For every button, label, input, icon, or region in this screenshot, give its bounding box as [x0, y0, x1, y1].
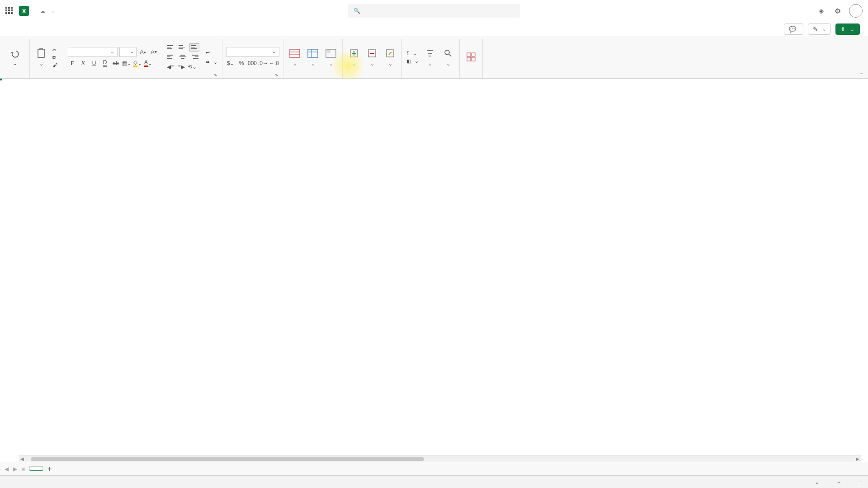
orientation-button[interactable]: ⟲⌄: [188, 62, 197, 71]
svg-rect-21: [472, 57, 475, 61]
svg-rect-2: [290, 49, 300, 57]
excel-icon: X: [19, 6, 29, 16]
format-painter-button[interactable]: 🖌: [52, 62, 60, 68]
find-select-button[interactable]: ⌄: [440, 47, 456, 68]
percent-button[interactable]: %: [237, 59, 246, 68]
align-top-button[interactable]: [166, 43, 176, 52]
share-button[interactable]: ⇪⌄: [835, 23, 860, 35]
docname-chevron-icon[interactable]: ⌄: [51, 9, 55, 14]
scroll-right-icon[interactable]: ▶: [854, 456, 861, 461]
grow-font-button[interactable]: A▴: [138, 47, 147, 56]
copy-icon: ⧉: [52, 55, 56, 61]
cut-button[interactable]: ✂: [52, 47, 60, 53]
user-avatar[interactable]: [849, 4, 863, 18]
undo-button[interactable]: ⌄: [7, 47, 23, 67]
search-input[interactable]: 🔍: [348, 4, 520, 18]
sheet-nav-next-icon[interactable]: ▶: [13, 466, 17, 472]
autosum-button[interactable]: Σ⌄: [406, 50, 420, 57]
font-size-select[interactable]: ⌄: [119, 47, 137, 57]
font-family-select[interactable]: ⌄: [68, 47, 118, 57]
font-group-label: [68, 75, 158, 78]
copy-button[interactable]: ⧉: [52, 54, 60, 61]
comments-button[interactable]: 💬: [784, 23, 803, 35]
share-icon: ⇪: [840, 26, 845, 33]
bold-button[interactable]: F: [68, 59, 77, 68]
number-format-select[interactable]: ⌄: [226, 47, 279, 57]
sort-filter-icon: [424, 47, 436, 59]
svg-line-17: [449, 54, 451, 56]
cloud-sync-icon[interactable]: ☁: [40, 8, 46, 14]
addins-button[interactable]: [463, 50, 479, 65]
paste-icon: [35, 47, 47, 59]
svg-rect-9: [327, 50, 330, 53]
double-underline-button[interactable]: D: [100, 59, 109, 68]
comma-button[interactable]: 000: [248, 59, 257, 68]
insert-cells-button[interactable]: ⌄: [346, 47, 362, 68]
pencil-icon: ✎: [813, 26, 818, 33]
align-left-button[interactable]: [166, 53, 176, 61]
find-icon: [442, 47, 454, 59]
delete-cells-button[interactable]: ⌄: [364, 47, 380, 68]
currency-button[interactable]: $⌄: [226, 59, 235, 68]
all-sheets-icon[interactable]: ≡: [22, 466, 25, 472]
strikethrough-button[interactable]: ab: [111, 59, 120, 68]
borders-button[interactable]: ▦⌄: [122, 59, 131, 68]
paste-button[interactable]: ⌄: [33, 47, 49, 68]
delete-cells-icon: [366, 47, 378, 59]
align-right-button[interactable]: [189, 53, 199, 61]
conditional-formatting-button[interactable]: ⌄: [287, 47, 302, 68]
buy-microsoft-365-button[interactable]: ◈: [819, 7, 826, 14]
horizontal-scrollbar[interactable]: ◀ ▶: [19, 455, 861, 462]
scroll-left-icon[interactable]: ◀: [19, 456, 25, 461]
sigma-icon: Σ: [406, 51, 410, 56]
search-icon: 🔍: [354, 8, 360, 14]
number-launcher-icon[interactable]: ⬊: [275, 73, 278, 77]
format-as-table-button[interactable]: ⌄: [305, 47, 321, 68]
merge-center-button[interactable]: ⬌⌄: [205, 59, 218, 66]
scissors-icon: ✂: [52, 47, 57, 53]
undo-group-label: [7, 75, 26, 78]
settings-icon[interactable]: ⚙: [835, 7, 841, 15]
clipboard-group-label: [33, 75, 60, 78]
collapse-ribbon-icon[interactable]: ⌄: [859, 70, 863, 75]
addins-group-label: [463, 75, 479, 78]
editing-mode-button[interactable]: ✎⌄: [808, 23, 831, 35]
zoom-in-button[interactable]: +: [859, 479, 862, 485]
clear-button[interactable]: ◧⌄: [406, 58, 420, 65]
decrease-indent-button[interactable]: ◀≡: [166, 62, 175, 71]
count-chevron-icon[interactable]: ⌄: [815, 479, 819, 485]
cells-group-label: [346, 75, 398, 78]
brush-icon: 🖌: [52, 62, 57, 68]
increase-indent-button[interactable]: ≡▶: [177, 62, 186, 71]
format-cells-button[interactable]: ⌄: [382, 47, 398, 68]
svg-rect-19: [472, 53, 475, 56]
sheet-tab[interactable]: [29, 466, 43, 471]
wrap-text-button[interactable]: ↩: [205, 49, 218, 56]
decrease-decimal-button[interactable]: ←.0: [269, 59, 278, 68]
scroll-thumb[interactable]: [31, 457, 424, 461]
sort-filter-button[interactable]: ⌄: [422, 47, 438, 68]
undo-icon: [9, 48, 21, 60]
fill-color-button[interactable]: ◇⌄: [133, 59, 142, 68]
font-color-button[interactable]: A⌄: [144, 59, 153, 68]
sheet-nav-prev-icon[interactable]: ◀: [5, 466, 9, 472]
editing-group-label: [406, 75, 456, 78]
app-launcher-icon[interactable]: [5, 7, 14, 15]
wrap-icon: ↩: [206, 50, 210, 56]
svg-rect-18: [467, 53, 471, 56]
align-middle-button[interactable]: [178, 43, 188, 52]
alignment-group-label: ⬊: [166, 75, 218, 78]
shrink-font-button[interactable]: A▾: [149, 47, 158, 56]
insert-cells-icon: [348, 47, 360, 59]
increase-decimal-button[interactable]: .0→: [259, 59, 268, 68]
add-sheet-button[interactable]: +: [47, 465, 52, 473]
svg-rect-0: [38, 49, 44, 57]
cell-styles-button[interactable]: ⌄: [323, 47, 339, 68]
align-bottom-button[interactable]: [189, 43, 199, 52]
zoom-out-button[interactable]: −: [837, 479, 840, 485]
italic-button[interactable]: K: [79, 59, 88, 68]
svg-rect-5: [308, 49, 318, 57]
align-center-button[interactable]: [178, 53, 188, 61]
underline-button[interactable]: U: [90, 59, 99, 68]
alignment-launcher-icon[interactable]: ⬊: [214, 73, 217, 77]
